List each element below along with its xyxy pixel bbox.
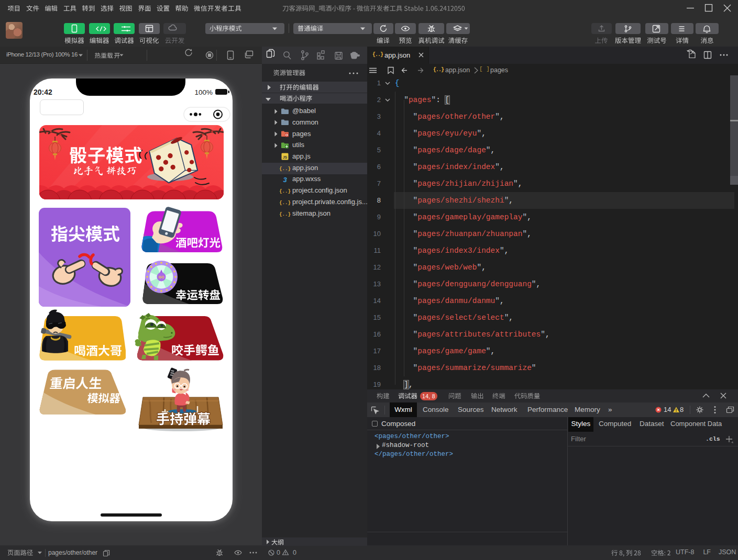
svg-text:JS: JS bbox=[283, 155, 288, 159]
svg-text:{..}: {..} bbox=[279, 200, 291, 206]
svg-text:{..}: {..} bbox=[279, 211, 291, 217]
svg-text:3: 3 bbox=[283, 176, 287, 184]
svg-text:{..}: {..} bbox=[279, 189, 291, 194]
svg-text:GO: GO bbox=[159, 275, 164, 279]
svg-text:{..}: {..} bbox=[279, 166, 291, 172]
